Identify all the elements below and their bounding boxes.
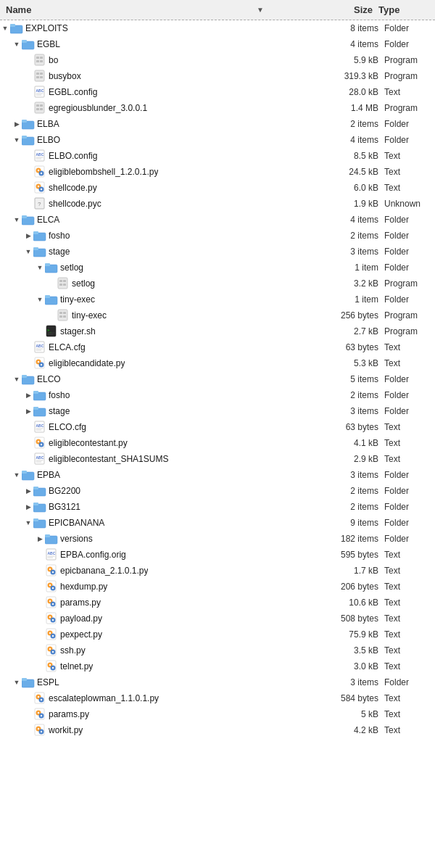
list-item[interactable]: params.py5 kBText [0,706,435,722]
expand-triangle-icon[interactable] [23,487,33,495]
list-item[interactable]: ELBO4 itemsFolder [0,132,435,148]
expand-triangle-icon[interactable] [12,679,22,686]
list-item[interactable]: setlog1 itemFolder [0,260,435,276]
expand-triangle-icon[interactable] [12,120,22,128]
row-size: 63 bytes [313,422,378,432]
svg-rect-9 [35,70,44,81]
list-item[interactable]: ABC EGBL.config28.0 kBText [0,84,435,100]
svg-point-128 [52,619,54,621]
list-item[interactable]: workit.py4.2 kBText [0,722,435,738]
row-name-area: eligiblebombshell_1.2.0.1.py [0,165,313,178]
expand-triangle-icon[interactable] [12,376,22,383]
list-item[interactable]: >_ stager.sh2.7 kBProgram [0,323,435,339]
svg-rect-24 [22,120,27,123]
row-type: Folder [384,247,435,257]
text-icon: ABC [33,149,46,162]
list-item[interactable]: ELBA2 itemsFolder [0,116,435,132]
py-icon [33,437,46,450]
expand-triangle-icon[interactable] [23,392,33,399]
expand-triangle-icon[interactable] [0,25,10,32]
list-item[interactable]: eligiblebombshell_1.2.0.1.py24.5 kBText [0,164,435,180]
list-item[interactable]: payload.py508 bytesText [0,611,435,627]
list-item[interactable]: egregiousblunder_3.0.0.11.4 MBProgram [0,100,435,116]
row-filename: epicbanana_2.1.0.1.py [60,566,148,576]
list-item[interactable]: ABC ELCO.cfg63 bytesText [0,419,435,435]
expand-triangle-icon[interactable] [12,471,22,479]
list-item[interactable]: fosho2 itemsFolder [0,387,435,403]
list-item[interactable]: EGBL4 itemsFolder [0,36,435,52]
row-type: Text [384,550,435,560]
list-item[interactable]: ELCA4 itemsFolder [0,212,435,228]
list-item[interactable]: setlog3.2 kBProgram [0,276,435,292]
expand-triangle-icon[interactable] [23,248,33,255]
list-item[interactable]: EPICBANANA9 itemsFolder [0,515,435,531]
row-size: 182 items [313,534,378,544]
expand-triangle-icon[interactable] [35,264,45,271]
list-item[interactable]: EXPLOITS8 itemsFolder [0,20,435,36]
list-item[interactable]: shellcode.py6.0 kBText [0,180,435,196]
row-size: 4.2 kB [313,725,378,735]
row-name-area: payload.py [0,612,313,625]
row-filename: ELBO.config [49,151,97,161]
expand-triangle-icon[interactable] [12,216,22,223]
list-item[interactable]: ssh.py3.5 kBText [0,642,435,658]
list-item[interactable]: ELCO5 itemsFolder [0,371,435,387]
row-type: Folder [384,518,435,528]
list-item[interactable]: EPBA3 itemsFolder [0,467,435,483]
expand-triangle-icon[interactable] [23,519,33,526]
list-item[interactable]: pexpect.py75.9 kBText [0,627,435,642]
list-item[interactable]: ? shellcode.pyc1.9 kBUnknown [0,196,435,212]
list-item[interactable]: stage3 itemsFolder [0,403,435,419]
svg-rect-61 [59,315,62,318]
list-item[interactable]: BG31212 itemsFolder [0,499,435,515]
list-item[interactable]: eligiblecontestant.py4.1 kBText [0,435,435,451]
list-item[interactable]: versions182 itemsFolder [0,531,435,547]
row-name-area: setlog [0,277,313,290]
row-filename: ELCO.cfg [49,422,86,432]
expand-triangle-icon[interactable] [23,408,33,415]
list-item[interactable]: stage3 itemsFolder [0,244,435,260]
svg-point-149 [38,696,39,698]
list-item[interactable]: bo5.9 kBProgram [0,52,435,68]
row-filename: EPBA.config.orig [60,550,126,560]
list-item[interactable]: busybox319.3 kBProgram [0,68,435,84]
expand-triangle-icon[interactable] [35,296,45,303]
row-name-area: eligiblecandidate.py [0,357,313,370]
expand-triangle-icon[interactable] [23,503,33,511]
list-item[interactable]: tiny-exec256 bytesProgram [0,307,435,323]
row-name-area: ABC ELBO.config [0,149,313,162]
list-item[interactable]: epicbanana_2.1.0.1.py1.7 kBText [0,563,435,579]
expand-triangle-icon[interactable] [12,41,22,48]
list-item[interactable]: params.py10.6 kBText [0,595,435,611]
row-size: 5 kB [313,709,378,719]
list-item[interactable]: ABC eligiblecontestant_SHA1SUMS2.9 kBTex… [0,451,435,467]
sort-arrow-icon[interactable]: ▼ [257,6,264,14]
list-item[interactable]: eligiblecandidate.py5.3 kBText [0,355,435,371]
expand-triangle-icon[interactable] [35,535,45,542]
row-filename: shellcode.py [49,183,97,193]
list-item[interactable]: ABC ELBO.config8.5 kBText [0,148,435,164]
list-item[interactable]: escalateplowman_1.1.0.1.py584 bytesText [0,690,435,706]
row-size: 5 items [313,374,378,384]
row-type: Folder [384,119,435,129]
program-icon [57,277,70,290]
list-item[interactable]: telnet.py3.0 kBText [0,658,435,674]
list-item[interactable]: fosho2 itemsFolder [0,228,435,244]
row-size: 4 items [313,135,378,145]
text-icon: ABC [33,421,46,434]
svg-rect-48 [33,247,38,250]
row-name-area: params.py [0,708,313,721]
text-icon: ABC [45,548,58,561]
list-item[interactable]: ABC ELCA.cfg63 bytesText [0,339,435,355]
expand-triangle-icon[interactable] [12,136,22,144]
row-name-area: tiny-exec [0,293,313,306]
list-item[interactable]: ESPL3 itemsFolder [0,674,435,690]
svg-point-75 [41,364,42,365]
list-item[interactable]: ABC EPBA.config.orig595 bytesText [0,547,435,563]
list-item[interactable]: hexdump.py206 bytesText [0,579,435,595]
expand-triangle-icon[interactable] [23,232,33,239]
list-item[interactable]: BG22002 itemsFolder [0,483,435,499]
list-item[interactable]: tiny-exec1 itemFolder [0,292,435,307]
shell-icon: >_ [45,325,58,338]
svg-rect-59 [59,312,62,314]
